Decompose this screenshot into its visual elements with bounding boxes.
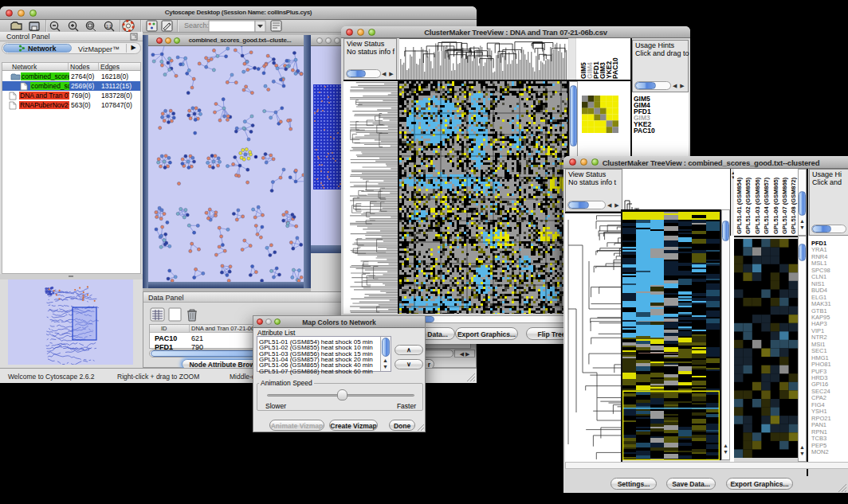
svg-text:Search:: Search: xyxy=(184,21,209,29)
svg-text:1:1: 1:1 xyxy=(106,24,112,29)
